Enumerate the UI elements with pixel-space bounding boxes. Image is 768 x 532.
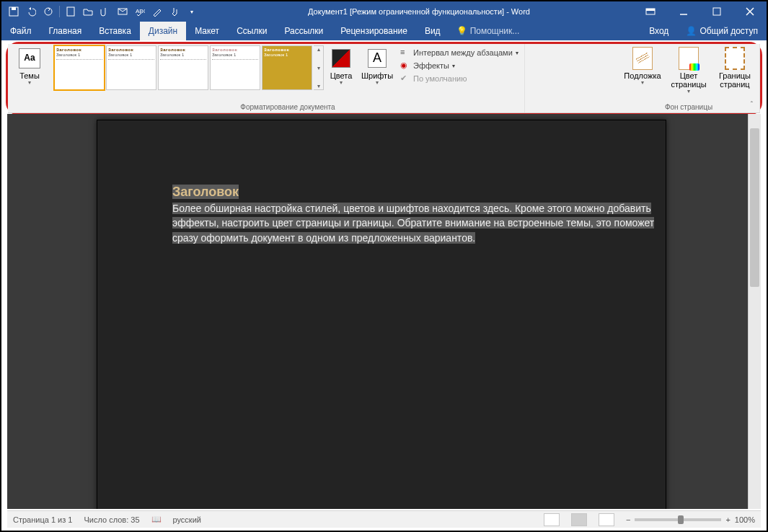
svg-rect-7: [646, 9, 655, 11]
effects-icon: ◉: [400, 61, 410, 71]
tab-design[interactable]: Дизайн: [140, 22, 186, 40]
page-color-button[interactable]: Цвет страницы: [666, 45, 712, 97]
tab-mailings[interactable]: Рассылки: [275, 22, 332, 40]
swatch-heading: Заголовок: [56, 48, 102, 53]
status-language[interactable]: русский: [173, 515, 201, 524]
effects-label: Эффекты: [413, 61, 449, 70]
swatch-body: Заголовок 1: [160, 53, 206, 58]
tab-layout[interactable]: Макет: [186, 22, 228, 40]
zoom-in-button[interactable]: +: [725, 515, 730, 524]
svg-point-2: [45, 8, 52, 15]
zoom-level[interactable]: 100%: [735, 515, 755, 524]
attach-icon[interactable]: [97, 4, 113, 19]
themes-button[interactable]: Aa Темы: [11, 45, 48, 88]
undo-icon[interactable]: [23, 4, 39, 19]
tell-me[interactable]: 💡Помощник...: [449, 22, 527, 40]
group-themes: Aa Темы: [8, 44, 51, 112]
swatch-body: Заголовок 1: [264, 53, 310, 58]
svg-rect-3: [67, 7, 74, 16]
svg-text:ABC: ABC: [136, 8, 145, 14]
document-workspace: Заголовок Более обширная настройка стиле…: [7, 114, 761, 509]
gallery-up-icon[interactable]: ▴: [314, 46, 323, 53]
status-bar: Страница 1 из 1 Число слов: 35 📖 русский…: [7, 510, 761, 528]
open-icon[interactable]: [80, 4, 96, 19]
tab-references[interactable]: Ссылки: [228, 22, 275, 40]
doc-body[interactable]: Более обширная настройка стилей, цветов …: [172, 201, 663, 245]
gallery-down-icon[interactable]: ▾: [314, 65, 323, 71]
colors-button[interactable]: Цвета: [325, 45, 357, 88]
quick-access-toolbar: ABC ▾: [1, 4, 204, 19]
group-formatting: ЗаголовокЗаголовок 1 ЗаголовокЗаголовок …: [51, 44, 525, 112]
doc-heading[interactable]: Заголовок: [172, 185, 239, 199]
scrollbar-thumb[interactable]: [750, 128, 759, 287]
swatch-heading: Заголовок: [264, 48, 310, 53]
swatch-body: Заголовок 1: [56, 53, 102, 58]
page-borders-icon: [725, 47, 745, 70]
swatch-heading: Заголовок: [108, 48, 154, 53]
swatch-body: Заголовок 1: [108, 53, 154, 58]
print-layout-icon[interactable]: [571, 513, 587, 526]
style-swatch-1[interactable]: ЗаголовокЗаголовок 1: [54, 45, 105, 90]
fonts-button[interactable]: A Шрифты: [358, 45, 396, 88]
tab-home[interactable]: Главная: [40, 22, 91, 40]
collapse-ribbon-icon[interactable]: ˆ: [751, 101, 753, 109]
ribbon-tabs: Файл Главная Вставка Дизайн Макет Ссылки…: [1, 22, 767, 40]
proofing-icon[interactable]: 📖: [151, 515, 162, 524]
qat-more-icon[interactable]: ▾: [184, 4, 200, 19]
web-layout-icon[interactable]: [599, 513, 614, 526]
window-title: Документ1 [Режим ограниченной функционал…: [204, 7, 634, 16]
colors-icon: [332, 49, 350, 68]
group-formatting-label: Форматирование документа: [54, 102, 521, 112]
quickedit-icon[interactable]: [149, 4, 165, 19]
document-content[interactable]: Заголовок Более обширная настройка стиле…: [172, 182, 663, 245]
style-swatch-5[interactable]: ЗаголовокЗаголовок 1: [262, 45, 312, 90]
spellcheck-icon[interactable]: ABC: [132, 4, 148, 19]
style-swatch-3[interactable]: ЗаголовокЗаголовок 1: [158, 45, 208, 90]
gallery-scroll[interactable]: ▴▾▾: [314, 45, 324, 90]
set-default-button[interactable]: ✔По умолчанию: [397, 73, 521, 84]
watermark-button[interactable]: Подложка: [621, 45, 664, 88]
themes-icon: Aa: [19, 48, 40, 68]
zoom-control: − + 100%: [626, 515, 755, 524]
spacing-icon: ≡: [400, 48, 410, 58]
effects-button[interactable]: ◉Эффекты▾: [397, 60, 521, 71]
touch-icon[interactable]: [167, 4, 182, 19]
swatch-heading: Заголовок: [212, 48, 258, 53]
bulb-icon: 💡: [456, 26, 467, 36]
share-icon: 👤: [686, 26, 697, 36]
ribbon-options-icon[interactable]: [634, 1, 667, 22]
style-swatch-4[interactable]: ЗаголовокЗаголовок 1: [210, 45, 260, 90]
share-button[interactable]: 👤Общий доступ: [677, 22, 767, 40]
email-icon[interactable]: [115, 4, 131, 19]
save-icon[interactable]: [6, 4, 22, 19]
tab-file[interactable]: Файл: [1, 22, 40, 40]
minimize-icon[interactable]: [667, 1, 700, 22]
page-color-icon: [679, 47, 699, 70]
zoom-slider[interactable]: [635, 518, 721, 521]
tab-insert[interactable]: Вставка: [90, 22, 140, 40]
group-page-background: Подложка Цвет страницы Границы страниц Ф…: [618, 44, 760, 112]
status-page[interactable]: Страница 1 из 1: [13, 515, 72, 524]
group-pagebg-label: Фон страницы: [621, 102, 756, 112]
redo-icon[interactable]: [40, 4, 56, 19]
paragraph-spacing-button[interactable]: ≡Интервал между абзацами▾: [397, 47, 521, 58]
window-controls: [634, 1, 767, 22]
tab-review[interactable]: Рецензирование: [332, 22, 416, 40]
style-gallery[interactable]: ЗаголовокЗаголовок 1 ЗаголовокЗаголовок …: [54, 45, 324, 90]
tab-view[interactable]: Вид: [416, 22, 449, 40]
close-icon[interactable]: [733, 1, 767, 22]
style-swatch-2[interactable]: ЗаголовокЗаголовок 1: [106, 45, 156, 90]
read-mode-icon[interactable]: [544, 513, 560, 526]
sign-in[interactable]: Вход: [640, 22, 677, 40]
doc-body-text: Более обширная настройка стилей, цветов …: [172, 203, 654, 244]
zoom-out-button[interactable]: −: [626, 515, 630, 524]
maximize-icon[interactable]: [700, 1, 733, 22]
svg-rect-1: [12, 7, 16, 10]
gallery-more-icon[interactable]: ▾: [314, 83, 323, 89]
new-doc-icon[interactable]: [63, 4, 79, 19]
document-page[interactable]: Заголовок Более обширная настройка стиле…: [97, 120, 666, 509]
vertical-scrollbar[interactable]: [748, 114, 761, 509]
status-words[interactable]: Число слов: 35: [84, 515, 139, 524]
swatch-body: Заголовок 1: [212, 53, 258, 58]
page-borders-button[interactable]: Границы страниц: [713, 45, 756, 90]
